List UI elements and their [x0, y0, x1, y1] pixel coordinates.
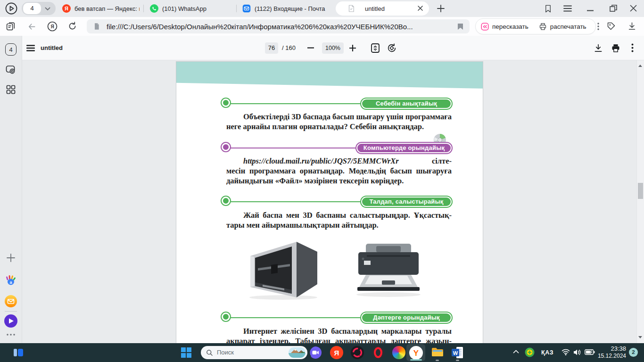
address-bar[interactable]: file:///C:/Users/6/Desktop/Онлайын%20кіт… [87, 19, 470, 33]
start-button[interactable] [181, 347, 191, 358]
extension-button[interactable] [606, 21, 616, 31]
taskbar-app-pinwheel[interactable] [392, 346, 405, 359]
sidebar-extension-hand-icon[interactable]: a [5, 274, 17, 287]
section-badge: Компьютерде орындайық [356, 143, 452, 153]
print-label: распечатать [550, 23, 586, 30]
sidebar-tabs-button[interactable]: 4 [5, 43, 17, 56]
bookmarks-panel-button[interactable] [544, 4, 553, 13]
browser-menu-button[interactable] [563, 5, 572, 12]
zoom-in-button[interactable] [349, 45, 356, 51]
tab-whatsapp[interactable]: (101) WhatsApp [150, 0, 234, 17]
language-indicator[interactable]: ҚАЗ [541, 349, 553, 356]
scroll-thumb[interactable] [638, 183, 643, 199]
tab-title: (1122) Входящие - Почта [255, 5, 329, 12]
time: 23:38 [591, 345, 626, 353]
search-widget-image[interactable] [289, 347, 305, 358]
print-button[interactable]: распечатать [534, 19, 592, 34]
svg-text:Я: Я [50, 24, 54, 29]
taskbar-app-explorer[interactable] [431, 347, 444, 357]
zoom-out-button[interactable] [307, 47, 314, 49]
taskbar-app-word[interactable]: W [451, 346, 464, 359]
vertical-scrollbar[interactable] [636, 60, 644, 343]
pdf-title: untitled [41, 44, 63, 51]
back-button[interactable] [27, 22, 37, 32]
close-window-button[interactable] [630, 5, 637, 12]
date: 15.12.2024 [591, 353, 626, 360]
tab-close-button[interactable] [417, 5, 423, 11]
address-actions: пересказать распечатать [475, 18, 596, 34]
tab-untitled-active[interactable]: untitled [336, 1, 429, 16]
chips-more-button[interactable] [592, 19, 605, 34]
rotate-button[interactable] [387, 43, 397, 53]
restore-button[interactable] [610, 5, 617, 12]
yandex-search-button[interactable]: Я [47, 21, 58, 32]
retell-label: пересказать [492, 23, 528, 30]
pdf-print-button[interactable] [611, 43, 620, 53]
paragraph-line: дайындығын «Файл» мәзірінен тексеріп көр… [226, 176, 452, 186]
new-tab-button[interactable] [435, 3, 446, 14]
sidebar-apps-button[interactable] [6, 85, 16, 94]
play-button[interactable] [5, 2, 17, 15]
scroll-down-button[interactable] [638, 336, 642, 340]
url-text: file:///C:/Users/6/Desktop/Онлайын%20кіт… [107, 23, 413, 31]
taskbar-app-video-chat[interactable] [309, 346, 322, 359]
antivirus-tray-icon[interactable] [525, 347, 535, 357]
taskbar-app-yandex[interactable]: Я [330, 346, 343, 359]
sidebar-more-button[interactable] [7, 334, 15, 336]
tab-title: (101) WhatsApp [162, 5, 232, 12]
widgets-button[interactable] [13, 347, 24, 358]
volume-icon[interactable] [573, 349, 581, 356]
windows-icon [181, 347, 191, 358]
sidebar-alice-button[interactable] [4, 314, 17, 328]
taskbar-search[interactable]: Поиск [201, 346, 307, 359]
tab-counter[interactable]: 4 [22, 2, 56, 15]
retell-icon [481, 23, 489, 31]
page-header-band [176, 62, 483, 89]
taskbar-app-opera-gx[interactable] [351, 346, 364, 359]
taskbar: Поиск Я Y W [0, 343, 644, 362]
tab-yandex-search[interactable]: Я бев ватсап — Яндекс: наш [62, 0, 141, 17]
sidebar-panels-button[interactable] [6, 22, 16, 32]
sidebar-mail-button[interactable] [5, 295, 17, 307]
minimize-button[interactable] [587, 10, 594, 11]
rotate-icon [387, 43, 397, 53]
pdf-more-button[interactable] [631, 43, 634, 52]
alice-assistant-icon [4, 314, 17, 328]
taskbar-app-yandex-browser-active[interactable]: Y [406, 344, 425, 361]
tab-mail[interactable]: (1122) Входящие - Почта [242, 0, 332, 17]
svg-text:Я: Я [65, 6, 68, 11]
bookmark-icon[interactable] [457, 23, 463, 30]
whatsapp-icon [150, 4, 158, 13]
back-arrow-icon [27, 22, 37, 32]
sidebar-screenshot-button[interactable] [5, 64, 17, 75]
page-number-input[interactable]: 76 [265, 42, 278, 54]
wifi-icon[interactable] [561, 349, 570, 355]
paragraph-line: Объектілерді 3D баспада басып шығару үші… [226, 112, 452, 122]
tray-expand-button[interactable] [513, 350, 519, 354]
extension-tag-icon [606, 21, 616, 31]
grid-icon [6, 85, 16, 94]
zoom-level[interactable]: 100% [322, 42, 344, 54]
mail-icon [242, 4, 251, 13]
pdf-menu-button[interactable] [26, 45, 35, 51]
kebab-menu-icon [597, 23, 599, 30]
scroll-up-button[interactable] [638, 63, 642, 67]
download-button[interactable] [627, 22, 636, 31]
open-app-indicator [436, 360, 439, 361]
section-connector-line [231, 201, 361, 202]
chevron-up-icon [513, 350, 519, 354]
fit-page-button[interactable] [371, 43, 380, 53]
refresh-button[interactable] [67, 21, 77, 31]
yandex-icon: Я [62, 4, 71, 13]
paragraph-line: Жай баспа мен 3D баспаны салыстырыңдар. … [226, 210, 452, 220]
clock[interactable]: 23:38 15.12.2024 [591, 345, 626, 360]
laser-printer-image [354, 241, 423, 298]
sidebar-add-button[interactable] [7, 254, 15, 262]
folder-icon [431, 347, 444, 357]
retell-button[interactable]: пересказать [476, 19, 534, 34]
notification-badge[interactable]: 2 [629, 348, 638, 357]
taskbar-app-opera[interactable] [372, 346, 385, 359]
url-link[interactable]: https://cloud.mail.ru/public/JQS7/5EMMCW… [243, 156, 399, 165]
pdf-download-button[interactable] [594, 43, 603, 53]
section-connector-line [231, 317, 361, 318]
